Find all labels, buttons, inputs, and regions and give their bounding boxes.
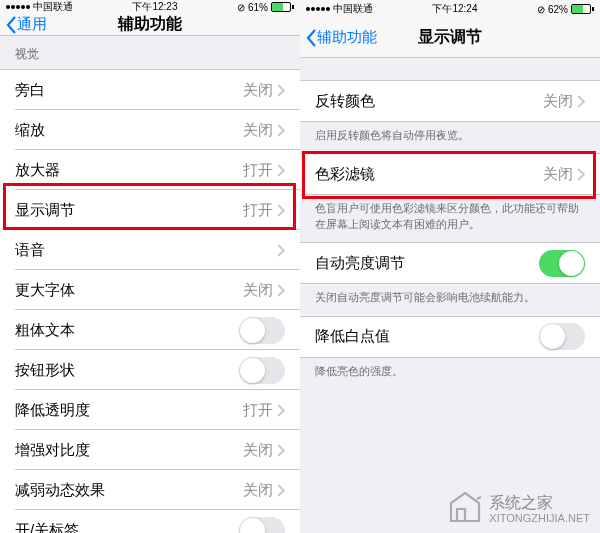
chevron-right-icon	[277, 284, 285, 297]
cell-value: 关闭	[243, 121, 273, 140]
chevron-right-icon	[577, 95, 585, 108]
list-white-point: 降低白点值	[300, 316, 600, 358]
cell-label: 降低透明度	[15, 401, 243, 420]
cell-label: 旁白	[15, 81, 243, 100]
chevron-right-icon	[577, 168, 585, 181]
chevron-left-icon	[306, 29, 317, 47]
chevron-right-icon	[277, 204, 285, 217]
cell-value: 打开	[243, 201, 273, 220]
chevron-right-icon	[277, 84, 285, 97]
cell-magnifier[interactable]: 放大器 打开	[0, 150, 300, 190]
battery-icon	[571, 4, 594, 14]
alarm-icon: ⊘	[237, 2, 245, 13]
switch-bold-text[interactable]	[239, 317, 285, 344]
clock: 下午12:23	[132, 0, 177, 14]
cell-value: 关闭	[243, 281, 273, 300]
cell-value: 关闭	[543, 92, 573, 111]
cell-value: 关闭	[243, 481, 273, 500]
cell-reduce-transparency[interactable]: 降低透明度 打开	[0, 390, 300, 430]
chevron-right-icon	[277, 124, 285, 137]
cell-value: 打开	[243, 401, 273, 420]
battery-percent: 62%	[548, 4, 568, 15]
clock: 下午12:24	[432, 2, 477, 16]
cell-label: 缩放	[15, 121, 243, 140]
signal-icon	[306, 7, 330, 11]
cell-label: 降低白点值	[315, 327, 539, 346]
back-button[interactable]: 辅助功能	[306, 28, 377, 47]
cell-zoom[interactable]: 缩放 关闭	[0, 110, 300, 150]
chevron-right-icon	[277, 244, 285, 257]
cell-reduce-white-point[interactable]: 降低白点值	[300, 317, 600, 357]
cell-label: 反转颜色	[315, 92, 543, 111]
cell-larger-text[interactable]: 更大字体 关闭	[0, 270, 300, 310]
battery-percent: 61%	[248, 2, 268, 13]
watermark-url: XITONGZHIJIA.NET	[489, 512, 590, 525]
carrier: 中国联通	[33, 0, 73, 14]
back-label: 辅助功能	[317, 28, 377, 47]
chevron-right-icon	[277, 164, 285, 177]
cell-label: 自动亮度调节	[315, 254, 539, 273]
cell-invert-colors[interactable]: 反转颜色 关闭	[300, 81, 600, 121]
switch-button-shapes[interactable]	[239, 357, 285, 384]
cell-color-filters[interactable]: 色彩滤镜 关闭	[300, 154, 600, 194]
cell-label: 增强对比度	[15, 441, 243, 460]
footer-white-point: 降低亮色的强度。	[300, 358, 600, 389]
cell-label: 显示调节	[15, 201, 243, 220]
back-button[interactable]: 通用	[6, 15, 47, 34]
battery-icon	[271, 2, 294, 12]
switch-onoff-labels[interactable]	[239, 517, 285, 534]
carrier: 中国联通	[333, 2, 373, 16]
back-label: 通用	[17, 15, 47, 34]
list-invert: 反转颜色 关闭	[300, 80, 600, 122]
watermark-name: 系统之家	[489, 493, 590, 512]
chevron-right-icon	[277, 444, 285, 457]
cell-label: 开/关标签	[15, 521, 239, 534]
screen-display-accommodations: 中国联通 下午12:24 ⊘ 62% 辅助功能 显示调节 反转颜色 关闭	[300, 0, 600, 533]
cell-value: 关闭	[543, 165, 573, 184]
cell-value: 关闭	[243, 441, 273, 460]
list-color-filter: 色彩滤镜 关闭	[300, 153, 600, 195]
section-header-vision: 视觉	[0, 36, 300, 69]
cell-auto-brightness[interactable]: 自动亮度调节	[300, 243, 600, 283]
cell-label: 更大字体	[15, 281, 243, 300]
status-bar: 中国联通 下午12:24 ⊘ 62%	[300, 0, 600, 18]
screen-accessibility: 中国联通 下午12:23 ⊘ 61% 通用 辅助功能 视觉 旁白 关闭	[0, 0, 300, 533]
cell-speech[interactable]: 语音	[0, 230, 300, 270]
watermark: 系统之家 XITONGZHIJIA.NET	[447, 491, 590, 527]
cell-bold-text[interactable]: 粗体文本	[0, 310, 300, 350]
chevron-right-icon	[277, 404, 285, 417]
switch-auto-brightness[interactable]	[539, 250, 585, 277]
cell-label: 色彩滤镜	[315, 165, 543, 184]
list-auto-brightness: 自动亮度调节	[300, 242, 600, 284]
list-vision: 旁白 关闭 缩放 关闭 放大器 打开 显示调节 打开 语音	[0, 69, 300, 533]
status-bar: 中国联通 下午12:23 ⊘ 61%	[0, 0, 300, 14]
cell-label: 语音	[15, 241, 277, 260]
cell-label: 减弱动态效果	[15, 481, 243, 500]
cell-label: 粗体文本	[15, 321, 239, 340]
chevron-right-icon	[277, 484, 285, 497]
cell-label: 放大器	[15, 161, 243, 180]
cell-increase-contrast[interactable]: 增强对比度 关闭	[0, 430, 300, 470]
alarm-icon: ⊘	[537, 4, 545, 15]
watermark-logo-icon	[447, 491, 483, 527]
cell-display-accommodations[interactable]: 显示调节 打开	[0, 190, 300, 230]
chevron-left-icon	[6, 16, 17, 34]
footer-auto-brightness: 关闭自动亮度调节可能会影响电池续航能力。	[300, 284, 600, 315]
signal-icon	[6, 5, 30, 9]
footer-color-filter: 色盲用户可使用色彩滤镜来区分颜色，此功能还可帮助在屏幕上阅读文本有困难的用户。	[300, 195, 600, 242]
nav-bar: 通用 辅助功能	[0, 14, 300, 36]
switch-reduce-white-point[interactable]	[539, 323, 585, 350]
nav-bar: 辅助功能 显示调节	[300, 18, 600, 58]
footer-invert: 启用反转颜色将自动停用夜览。	[300, 122, 600, 153]
cell-value: 打开	[243, 161, 273, 180]
cell-onoff-labels[interactable]: 开/关标签	[0, 510, 300, 533]
cell-voiceover[interactable]: 旁白 关闭	[0, 70, 300, 110]
cell-button-shapes[interactable]: 按钮形状	[0, 350, 300, 390]
cell-value: 关闭	[243, 81, 273, 100]
cell-reduce-motion[interactable]: 减弱动态效果 关闭	[0, 470, 300, 510]
cell-label: 按钮形状	[15, 361, 239, 380]
